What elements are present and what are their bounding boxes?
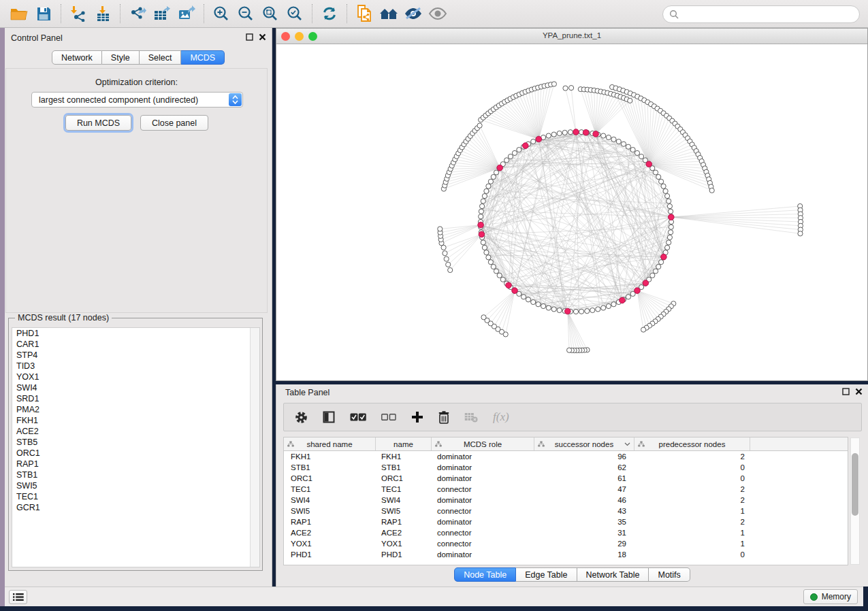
mcds-result-item[interactable]: TEC1 xyxy=(12,491,259,502)
result-list-scrollbar[interactable] xyxy=(250,328,259,567)
select-all-rows-icon[interactable] xyxy=(350,413,366,422)
mcds-result-item[interactable]: ORC1 xyxy=(12,448,259,459)
open-file-icon[interactable] xyxy=(7,2,31,25)
tab-motifs[interactable]: Motifs xyxy=(649,567,690,582)
status-bar: Memory xyxy=(5,587,863,606)
deselect-all-rows-icon[interactable] xyxy=(381,414,396,421)
delete-column-trash-icon[interactable] xyxy=(438,411,449,424)
cell-successor-nodes: 29 xyxy=(534,538,634,549)
mcds-result-item[interactable]: STB1 xyxy=(12,469,259,480)
close-panel-icon[interactable] xyxy=(855,388,863,395)
column-header-predecessor-nodes[interactable]: predecessor nodes xyxy=(634,437,750,450)
zoom-selected-icon[interactable] xyxy=(283,2,307,25)
network-graph[interactable] xyxy=(276,44,867,380)
cell-successor-nodes: 96 xyxy=(534,451,634,462)
cell-mcds-role: dominator xyxy=(432,473,534,484)
table-row[interactable]: SWI4SWI4dominator462 xyxy=(284,495,848,506)
mcds-result-item[interactable]: FKH1 xyxy=(12,415,259,426)
close-panel-icon[interactable] xyxy=(259,33,266,41)
table-settings-gear-icon[interactable] xyxy=(295,411,308,424)
table-row[interactable]: SWI5SWI5connector431 xyxy=(284,506,848,516)
mcds-result-item[interactable]: TID3 xyxy=(12,361,259,371)
function-builder-icon[interactable]: f(x) xyxy=(493,410,509,424)
control-panel: Control Panel NetworkStyleSelectMCDS Opt… xyxy=(5,28,272,587)
show-all-icon[interactable] xyxy=(425,2,450,25)
float-panel-icon[interactable] xyxy=(246,33,253,41)
table-row[interactable]: YOX1YOX1connector291 xyxy=(284,538,848,549)
table-row[interactable]: RAP1RAP1dominator352 xyxy=(284,516,848,527)
search-box[interactable] xyxy=(662,5,860,23)
column-header-successor-nodes[interactable]: successor nodes xyxy=(534,437,634,450)
mcds-result-item[interactable]: STP4 xyxy=(12,350,259,361)
zoom-out-icon[interactable] xyxy=(234,2,258,25)
cell-mcds-role: connector xyxy=(432,527,534,538)
export-network-icon[interactable] xyxy=(125,2,150,25)
mcds-result-item[interactable]: PMA2 xyxy=(12,404,259,415)
memory-button[interactable]: Memory xyxy=(803,589,858,604)
table-scrollbar[interactable] xyxy=(850,437,860,565)
zoom-fit-icon[interactable] xyxy=(258,2,283,25)
mcds-result-list[interactable]: PHD1CAR1STP4TID3YOX1SWI4SRD1PMA2FKH1ACE2… xyxy=(12,327,260,567)
mcds-result-item[interactable]: SWI5 xyxy=(12,480,259,491)
table-row[interactable]: ORC1ORC1dominator610 xyxy=(284,473,848,484)
delete-table-icon[interactable] xyxy=(464,412,478,423)
hide-selected-icon[interactable] xyxy=(401,2,425,25)
optimization-criterion-select[interactable]: largest connected component (undirected) xyxy=(31,92,243,108)
export-image-icon[interactable] xyxy=(174,2,199,25)
create-column-plus-icon[interactable] xyxy=(411,411,423,423)
duplicate-network-icon[interactable] xyxy=(352,2,376,25)
mcds-result-item[interactable]: GCR1 xyxy=(12,502,259,513)
table-row[interactable]: STB1STB1dominator620 xyxy=(284,462,848,473)
cell-name: TEC1 xyxy=(376,484,432,495)
tab-style[interactable]: Style xyxy=(102,50,140,65)
mcds-result-item[interactable]: ACE2 xyxy=(12,426,259,437)
cell-successor-nodes: 18 xyxy=(534,549,634,560)
cell-name: YOX1 xyxy=(376,538,432,549)
import-table-icon[interactable] xyxy=(91,2,115,25)
table-row[interactable]: PHD1PHD1dominator180 xyxy=(284,549,848,560)
column-visibility-icon[interactable] xyxy=(323,411,335,423)
mcds-result-item[interactable]: STB5 xyxy=(12,437,259,448)
refresh-icon[interactable] xyxy=(317,2,342,25)
mcds-result-item[interactable]: PHD1 xyxy=(12,328,259,339)
export-table-icon[interactable] xyxy=(150,2,174,25)
cell-shared-name: ACE2 xyxy=(284,527,376,538)
table-row[interactable]: TEC1TEC1connector472 xyxy=(284,484,848,495)
application-window: Control Panel NetworkStyleSelectMCDS Opt… xyxy=(0,0,868,611)
close-panel-button[interactable]: Close panel xyxy=(140,115,208,131)
table-scrollbar-thumb[interactable] xyxy=(852,453,858,516)
mcds-result-item[interactable]: SWI4 xyxy=(12,382,259,393)
tab-edge-table[interactable]: Edge Table xyxy=(516,567,577,582)
show-panels-list-button[interactable] xyxy=(9,590,27,604)
cell-successor-nodes: 62 xyxy=(534,462,634,473)
mcds-result-item[interactable]: SRD1 xyxy=(12,393,259,404)
mcds-result-item[interactable]: YOX1 xyxy=(12,371,259,382)
column-header-mcds-role[interactable]: MCDS role xyxy=(432,437,534,450)
cell-shared-name: PHD1 xyxy=(284,549,376,560)
mcds-result-item[interactable]: RAP1 xyxy=(12,459,259,469)
first-neighbors-icon[interactable] xyxy=(376,2,401,25)
import-network-icon[interactable] xyxy=(66,2,91,25)
tab-node-table[interactable]: Node Table xyxy=(454,567,516,582)
network-canvas[interactable] xyxy=(276,44,867,380)
tab-network-table[interactable]: Network Table xyxy=(577,567,649,582)
cell-predecessor-nodes: 0 xyxy=(634,549,750,560)
network-window-titlebar[interactable]: YPA_prune.txt_1 xyxy=(276,29,867,44)
save-icon[interactable] xyxy=(31,2,56,25)
control-panel-tabs: NetworkStyleSelectMCDS xyxy=(52,50,225,65)
search-input[interactable] xyxy=(679,7,859,21)
desktop-wallpaper-strip xyxy=(0,0,5,606)
column-header-name[interactable]: name xyxy=(376,437,432,450)
table-row[interactable]: FKH1FKH1dominator962 xyxy=(284,451,848,462)
zoom-in-icon[interactable] xyxy=(209,2,234,25)
float-panel-icon[interactable] xyxy=(842,388,850,395)
cell-name: PHD1 xyxy=(376,549,432,560)
column-header-shared-name[interactable]: shared name xyxy=(284,437,376,450)
mcds-result-item[interactable]: CAR1 xyxy=(12,339,259,350)
tab-network[interactable]: Network xyxy=(52,50,102,65)
tab-select[interactable]: Select xyxy=(140,50,182,65)
table-row[interactable]: ACE2ACE2connector311 xyxy=(284,527,848,538)
run-mcds-button[interactable]: Run MCDS xyxy=(65,115,131,131)
cell-mcds-role: dominator xyxy=(432,549,534,560)
tab-mcds[interactable]: MCDS xyxy=(181,50,225,65)
